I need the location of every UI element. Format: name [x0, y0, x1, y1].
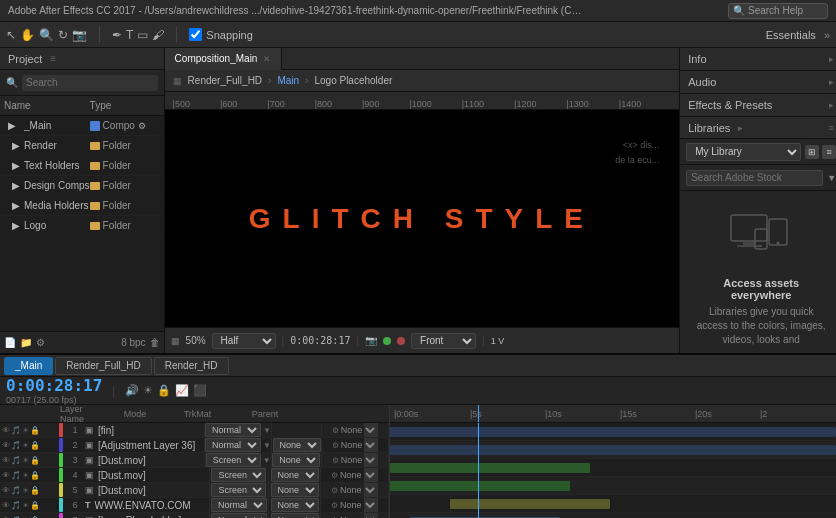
lock-icon-5[interactable]: 🔒 [30, 486, 40, 495]
zoom-value[interactable]: 50% [186, 335, 206, 346]
project-item-mediaholders[interactable]: ▶ Media Holders Folder [0, 196, 164, 216]
project-item-textholders[interactable]: ▶ Text Holders Folder [0, 156, 164, 176]
snapping-checkbox[interactable] [189, 28, 202, 41]
tl-row-6-parent-select[interactable]: None [364, 498, 378, 512]
tl-row-3[interactable]: 👁 🎵 ☀ 🔒 3 ▣ [Dust.mov] Screen ▼ [0, 453, 389, 468]
tl-row-7-mode-select[interactable]: Normal [211, 513, 267, 518]
text-tool[interactable]: T [126, 28, 133, 42]
breadcrumb-item-1[interactable]: Render_Full_HD [188, 75, 262, 86]
effects-header[interactable]: Effects & Presets ▸ [680, 94, 836, 116]
tl-row-7-trkmat-select[interactable]: None [271, 513, 319, 518]
timeline-timecode[interactable]: 0:00:28:17 [6, 376, 102, 395]
comp-tab-main[interactable]: Composition_Main ✕ [165, 48, 283, 70]
eye-icon-4[interactable]: 👁 [2, 471, 10, 480]
library-grid-view[interactable]: ⊞ [805, 145, 819, 159]
eye-icon-5[interactable]: 👁 [2, 486, 10, 495]
comp-tab-main-close[interactable]: ✕ [263, 54, 271, 64]
lock-icon-2[interactable]: 🔒 [30, 441, 40, 450]
solo-icon-5[interactable]: ☀ [22, 486, 29, 495]
tl-row-2-mode-select[interactable]: Normal [205, 438, 261, 452]
solo-icon-3[interactable]: ☀ [22, 456, 29, 465]
shape-tool[interactable]: ▭ [137, 28, 148, 42]
libraries-menu[interactable]: ≡ [829, 123, 834, 133]
quality-dropdown[interactable]: Half Full Third Quarter [212, 333, 276, 349]
library-name-select[interactable]: My Library [686, 143, 801, 161]
project-item-render[interactable]: ▶ Render Folder [0, 136, 164, 156]
info-header[interactable]: Info ▸ [680, 48, 836, 70]
tl-graph-icon[interactable]: 📈 [175, 384, 189, 397]
timeline-tab-render-full[interactable]: Render_Full_HD [55, 357, 151, 375]
timeline-tab-main[interactable]: _Main [4, 357, 53, 375]
solo-icon-4[interactable]: ☀ [22, 471, 29, 480]
new-item-button[interactable]: 📄 [4, 337, 16, 348]
workspace-expand[interactable]: » [824, 29, 830, 41]
zoom-tool[interactable]: 🔍 [39, 28, 54, 42]
project-search-input[interactable] [22, 75, 158, 91]
audio-icon-5[interactable]: 🎵 [11, 486, 21, 495]
project-settings-button[interactable]: ⚙ [36, 337, 45, 348]
tl-row-2[interactable]: 👁 🎵 ☀ 🔒 2 ▣ [Adjustment Layer 36] Normal… [0, 438, 389, 453]
audio-header[interactable]: Audio ▸ [680, 71, 836, 93]
audio-icon-4[interactable]: 🎵 [11, 471, 21, 480]
selection-tool[interactable]: ↖ [6, 28, 16, 42]
lock-icon-3[interactable]: 🔒 [30, 456, 40, 465]
lock-icon-6[interactable]: 🔒 [30, 501, 40, 510]
new-folder-button[interactable]: 📁 [20, 337, 32, 348]
tl-row-6-mode-select[interactable]: Normal [211, 498, 267, 512]
audio-icon-2[interactable]: 🎵 [11, 441, 21, 450]
tl-row-2-trkmat-select[interactable]: None [273, 438, 321, 452]
tl-row-3-mode-select[interactable]: Screen [206, 453, 261, 467]
rotate-tool[interactable]: ↻ [58, 28, 68, 42]
tl-row-6[interactable]: 👁 🎵 ☀ 🔒 6 T WWW.ENVATO.COM Normal [0, 498, 389, 513]
pen-tool[interactable]: ✒ [112, 28, 122, 42]
solo-icon-6[interactable]: ☀ [22, 501, 29, 510]
audio-icon-3[interactable]: 🎵 [11, 456, 21, 465]
project-item-main[interactable]: ▶ _Main Compo ⚙ [0, 116, 164, 136]
tl-row-3-parent-select[interactable]: None [364, 453, 378, 467]
tl-lock-icon[interactable]: 🔒 [157, 384, 171, 397]
tl-row-4[interactable]: 👁 🎵 ☀ 🔒 4 ▣ [Dust.mov] Screen [0, 468, 389, 483]
solo-icon-1[interactable]: ☀ [22, 426, 29, 435]
library-search-arrow[interactable]: ▼ [827, 173, 836, 183]
library-search-input[interactable] [686, 170, 823, 186]
timeline-tab-render-hd[interactable]: Render_HD [154, 357, 229, 375]
eye-icon-2[interactable]: 👁 [2, 441, 10, 450]
audio-icon-1[interactable]: 🎵 [11, 426, 21, 435]
hand-tool[interactable]: ✋ [20, 28, 35, 42]
tl-row-1-mode-select[interactable]: Normal [205, 423, 261, 437]
tl-row-5-parent-select[interactable]: None [364, 483, 378, 497]
tl-row-1-parent-select[interactable]: None [364, 423, 378, 437]
tl-row-5[interactable]: 👁 🎵 ☀ 🔒 5 ▣ [Dust.mov] Screen [0, 483, 389, 498]
eye-icon-1[interactable]: 👁 [2, 426, 10, 435]
audio-icon-6[interactable]: 🎵 [11, 501, 21, 510]
tl-row-7[interactable]: 👁 🎵 ☀ 🔒 7 ▣ [Logo Placeholder] Normal [0, 513, 389, 518]
view-dropdown[interactable]: Front Top Left Custom [411, 333, 476, 349]
tl-row-3-trkmat-select[interactable]: None [272, 453, 320, 467]
tl-row-7-parent-select[interactable]: None [364, 513, 378, 518]
tl-row-4-trkmat-select[interactable]: None [271, 468, 319, 482]
breadcrumb-item-2[interactable]: Main [277, 75, 299, 86]
libraries-header[interactable]: Libraries ▸ ≡ [680, 117, 836, 139]
tl-row-4-mode-select[interactable]: Screen [211, 468, 266, 482]
project-panel-menu[interactable]: ≡ [50, 53, 56, 64]
library-list-view[interactable]: ≡ [822, 145, 836, 159]
tl-row-2-parent-select[interactable]: None [364, 438, 378, 452]
eye-icon-3[interactable]: 👁 [2, 456, 10, 465]
solo-icon-2[interactable]: ☀ [22, 441, 29, 450]
tl-row-5-trkmat-select[interactable]: None [271, 483, 319, 497]
tl-row-4-parent-select[interactable]: None [364, 468, 378, 482]
lock-icon-4[interactable]: 🔒 [30, 471, 40, 480]
camera-tool[interactable]: 📷 [72, 28, 87, 42]
tl-solo-icon[interactable]: ☀ [143, 384, 153, 397]
tl-row-1[interactable]: 👁 🎵 ☀ 🔒 1 ▣ [fin] Normal ▼ [0, 423, 389, 438]
delete-button[interactable]: 🗑 [150, 337, 160, 348]
tl-row-5-mode-select[interactable]: Screen [211, 483, 266, 497]
project-item-logo[interactable]: ▶ Logo Folder [0, 216, 164, 236]
project-item-designcomps[interactable]: ▶ Design Comps Folder [0, 176, 164, 196]
tl-audio-icon[interactable]: 🔊 [125, 384, 139, 397]
search-help-box[interactable]: 🔍 Search Help [728, 3, 828, 19]
lock-icon-1[interactable]: 🔒 [30, 426, 40, 435]
tl-row-6-trkmat-select[interactable]: None [271, 498, 319, 512]
paint-tool[interactable]: 🖌 [152, 28, 164, 42]
tl-render-icon[interactable]: ⬛ [193, 384, 207, 397]
